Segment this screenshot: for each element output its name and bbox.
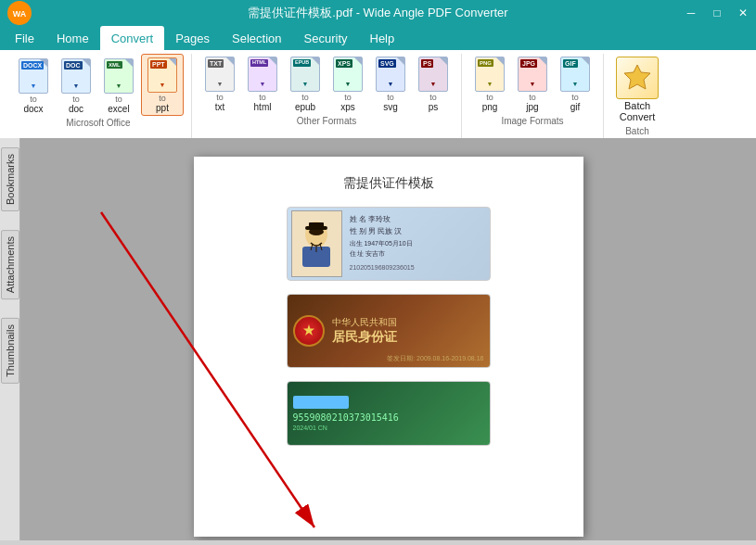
- xps-label: xps: [340, 102, 355, 112]
- gif-icon: GIF ▼: [558, 56, 592, 93]
- main-area: Bookmarks Attachments Thumbnails 需提供证件模板: [0, 138, 756, 540]
- image-items: PNG ▼ to png JPG ▼ to: [469, 54, 596, 114]
- excel-to-label: to: [115, 95, 122, 104]
- svg-line-14: [101, 212, 314, 527]
- convert-to-excel-button[interactable]: XML ▼ to excel: [98, 56, 139, 116]
- convert-to-svg-button[interactable]: SVG ▼ to svg: [370, 54, 411, 114]
- jpg-to-label: to: [529, 93, 536, 102]
- convert-to-html-button[interactable]: HTML ▼ to html: [242, 54, 283, 114]
- batch-convert-label2: Convert: [620, 111, 656, 122]
- excel-label: excel: [108, 104, 129, 114]
- ribbon-group-other: TXT ▼ to txt HTML ▼ to: [192, 54, 462, 138]
- doc-icon: DOC ▼: [59, 57, 93, 95]
- sidebar-tab-thumbnails[interactable]: Thumbnails: [1, 318, 19, 384]
- ribbon-group-batch: Batch Convert Batch: [604, 54, 671, 138]
- html-icon: HTML ▼: [246, 56, 279, 93]
- jpg-badge: JPG: [520, 59, 537, 68]
- batch-convert-button[interactable]: Batch Convert: [611, 54, 663, 124]
- xps-to-label: to: [344, 93, 352, 102]
- ps-icon: PS ▼: [416, 56, 450, 93]
- menu-selection[interactable]: Selection: [221, 26, 292, 50]
- other-group-label: Other Formats: [297, 116, 356, 126]
- office-items: DOCX ▼ to docx DOC ▼ to: [13, 54, 184, 116]
- html-label: html: [254, 102, 272, 112]
- png-badge: PNG: [478, 59, 493, 67]
- svg-marker-2: [624, 65, 650, 89]
- convert-to-ppt-button[interactable]: PPT ▼ to ppt: [141, 54, 184, 116]
- convert-to-epub-button[interactable]: EPUB ▼ to epub: [285, 54, 326, 114]
- epub-badge: EPUB: [293, 59, 311, 67]
- convert-to-png-button[interactable]: PNG ▼ to png: [469, 54, 510, 114]
- docx-badge: DOCX: [21, 61, 44, 70]
- id-card-1-info: 姓 名 李玲玫 性 别 男 民族 汉 出生 1947年05月10日 住 址 安吉…: [346, 210, 490, 276]
- docx-label: docx: [23, 104, 43, 114]
- excel-badge: XML: [107, 61, 122, 69]
- menu-bar: File Home Convert Pages Selection Securi…: [0, 26, 756, 50]
- menu-security[interactable]: Security: [293, 26, 359, 50]
- txt-icon: TXT ▼: [203, 56, 237, 93]
- docx-to-label: to: [30, 95, 37, 104]
- convert-to-doc-button[interactable]: DOC ▼ to doc: [56, 56, 96, 116]
- menu-home[interactable]: Home: [45, 26, 100, 50]
- batch-items: Batch Convert: [611, 54, 663, 124]
- menu-convert[interactable]: Convert: [100, 26, 165, 50]
- epub-label: epub: [295, 102, 315, 112]
- id-card-2-footer: 签发日期: 2009.08.16-2019.08.16: [387, 354, 483, 363]
- sidebar-tab-attachments[interactable]: Attachments: [1, 230, 19, 299]
- png-to-label: to: [486, 93, 493, 102]
- sidebar-panel: Bookmarks Attachments Thumbnails: [0, 138, 20, 540]
- convert-to-jpg-button[interactable]: JPG ▼ to jpg: [512, 54, 553, 114]
- batch-convert-icon: [615, 56, 660, 100]
- svg-label: svg: [383, 102, 398, 112]
- xps-icon: XPS ▼: [331, 56, 365, 93]
- maximize-button[interactable]: □: [704, 0, 730, 26]
- id-card-2: 中华人民共和国 居民身份证 签发日期: 2009.08.16-2019.08.1…: [287, 294, 491, 368]
- close-button[interactable]: ✕: [730, 0, 756, 26]
- batch-convert-label: Batch: [624, 100, 650, 111]
- epub-icon: EPUB ▼: [288, 56, 322, 93]
- app-logo: WA: [7, 1, 32, 25]
- convert-to-txt-button[interactable]: TXT ▼ to txt: [199, 54, 240, 114]
- sidebar-tab-bookmarks[interactable]: Bookmarks: [1, 147, 19, 211]
- html-badge: HTML: [250, 59, 268, 67]
- menu-help[interactable]: Help: [359, 26, 406, 50]
- office-group-label: Microsoft Office: [66, 118, 130, 128]
- jpg-icon: JPG ▼: [516, 56, 549, 93]
- ribbon-group-image: PNG ▼ to png JPG ▼ to: [462, 54, 604, 138]
- ppt-label: ppt: [156, 103, 169, 113]
- svg-to-label: to: [387, 93, 394, 102]
- convert-to-ps-button[interactable]: PS ▼ to ps: [413, 54, 454, 114]
- gif-badge: GIF: [563, 59, 578, 68]
- image-group-label: Image Formats: [501, 116, 563, 126]
- convert-to-gif-button[interactable]: GIF ▼ to gif: [555, 54, 596, 114]
- minimize-button[interactable]: ─: [678, 0, 704, 26]
- epub-to-label: to: [301, 93, 309, 102]
- id-card-3: 9559080210373015416 2024/01 CN: [287, 381, 491, 446]
- other-items: TXT ▼ to txt HTML ▼ to: [199, 54, 454, 114]
- txt-badge: TXT: [208, 59, 224, 68]
- doc-to-label: to: [72, 95, 80, 104]
- png-icon: PNG ▼: [473, 56, 506, 93]
- convert-to-docx-button[interactable]: DOCX ▼ to docx: [13, 56, 54, 116]
- convert-to-xps-button[interactable]: XPS ▼ to xps: [327, 54, 368, 114]
- jpg-label: jpg: [526, 102, 538, 112]
- ribbon: DOCX ▼ to docx DOC ▼ to: [0, 50, 756, 138]
- id-card-1: 姓 名 李玲玫 性 别 男 民族 汉 出生 1947年05月10日 住 址 安吉…: [287, 207, 491, 281]
- ppt-to-label: to: [159, 94, 166, 103]
- menu-file[interactable]: File: [4, 26, 45, 50]
- batch-group-label: Batch: [625, 126, 649, 136]
- id-card-2-text: 中华人民共和国 居民身份证: [332, 316, 397, 346]
- ps-badge: PS: [421, 59, 433, 68]
- window-controls: ─ □ ✕: [678, 0, 756, 26]
- doc-label: doc: [69, 104, 83, 114]
- txt-label: txt: [215, 102, 225, 112]
- id-card-3-content: 9559080210373015416 2024/01 CN: [288, 390, 490, 437]
- id-card-2-emblem: [293, 315, 325, 347]
- xps-badge: XPS: [336, 59, 352, 68]
- id-card-1-photo: [291, 210, 342, 277]
- pdf-title: 需提供证件模板: [212, 175, 565, 192]
- excel-icon: XML ▼: [102, 57, 135, 95]
- ps-label: ps: [429, 102, 439, 112]
- doc-badge: DOC: [64, 61, 83, 70]
- menu-pages[interactable]: Pages: [164, 26, 221, 50]
